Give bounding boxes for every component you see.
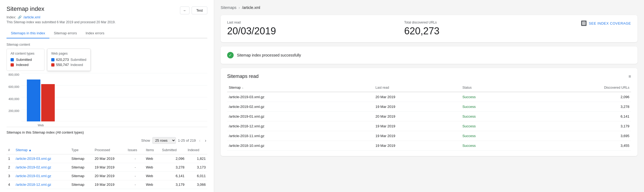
tooltip-row-submitted: 620,273 Submitted (51, 58, 86, 62)
breadcrumb-parent[interactable]: Sitemaps (221, 5, 236, 10)
sitemap-content-label: Sitemap content (7, 43, 207, 47)
list-item: /article-2019-03.xml.gz 20 Mar 2019 Succ… (227, 92, 631, 102)
right-col-last-read: Last read (374, 84, 461, 92)
right-cell-sitemap: /article-2018-12.xml.gz (227, 121, 374, 131)
success-text: Sitemap index processed successfully (237, 53, 301, 57)
metric-total-urls: Total discovered URLs 620,273 (404, 21, 565, 37)
right-cell-last-read: 20 Mar 2019 (374, 92, 461, 102)
table-section: Sitemaps in this Sitemap index (All cont… (7, 130, 207, 189)
breadcrumb: Sitemaps › /article.xml (221, 5, 637, 10)
cell-num: 3 (7, 172, 14, 180)
see-index-label: SEE INDEX COVERAGE (589, 21, 631, 25)
right-cell-last-read: 19 Mar 2019 (374, 121, 461, 131)
page-title: Sitemap index (7, 5, 207, 12)
tabs: Sitemaps in this index Sitemap errors In… (7, 28, 207, 38)
cell-indexed: 1,821 (186, 154, 207, 163)
tooltip-box: Web pages 620,273 Submitted 550,747 Inde… (47, 49, 91, 71)
legend-label-indexed: Indexed (16, 63, 28, 67)
right-cell-status: Success (461, 102, 523, 112)
tab-index-errors[interactable]: Index errors (81, 28, 109, 38)
right-col-discovered: Discovered URLs (523, 84, 631, 92)
sitemap-link[interactable]: /article-2019-03.xml.gz (16, 157, 51, 161)
cell-type: Sitemap (70, 163, 93, 172)
prev-page-button[interactable]: ‹ (198, 138, 201, 144)
table-row: 4 /article-2018-12.xml.gz Sitemap 19 Mar… (7, 180, 207, 189)
cell-indexed: 3,066 (186, 180, 207, 189)
total-urls-value: 620,273 (404, 25, 565, 37)
tab-sitemap-errors[interactable]: Sitemap errors (49, 28, 81, 38)
cell-issues: - (126, 154, 144, 163)
cell-num: 2 (7, 163, 14, 172)
sitemaps-read-title: Sitemaps read (227, 74, 259, 79)
cell-submitted: 3,179 (160, 180, 186, 189)
submitted-note: This Sitemap index was submitted 6 Mar 2… (7, 20, 207, 24)
right-cell-sitemap: /article-2019-02.xml.gz (227, 102, 374, 112)
svg-rect-4 (584, 24, 585, 24)
cell-sitemap: /article-2018-12.xml.gz (14, 180, 70, 189)
test-button[interactable]: Test (192, 6, 207, 14)
right-cell-discovered: 3,278 (523, 102, 631, 112)
sitemap-link[interactable]: /article-2018-12.xml.gz (16, 183, 51, 187)
tooltip-row-indexed: 550,747 Indexed (51, 63, 86, 67)
cell-items: Web (144, 180, 160, 189)
cell-sitemap: /article-2019-02.xml.gz (14, 163, 70, 172)
rows-select[interactable]: 25 rows 50 rows 100 rows (152, 137, 176, 144)
index-label: Index: (7, 15, 16, 19)
cell-items: Web (144, 172, 160, 180)
cell-type: Sitemap (70, 154, 93, 163)
col-issues: Issues (126, 146, 144, 154)
back-button[interactable]: ← (180, 6, 189, 14)
legend-dot-indexed (11, 63, 14, 67)
total-urls-label: Total discovered URLs (404, 21, 565, 24)
list-item: /article-2019-01.xml.gz 20 Mar 2019 Succ… (227, 112, 631, 121)
right-cell-discovered: 3,695 (523, 131, 631, 141)
content-area: All content types Submitted Indexed Web … (7, 49, 207, 71)
right-col-status: Status (461, 84, 523, 92)
legend-title: All content types (11, 52, 40, 55)
tooltip-dot-indexed (51, 63, 54, 67)
col-indexed: Indexed (186, 146, 207, 154)
tooltip-indexed-value: 550,747 (56, 63, 69, 67)
tooltip-submitted-label: Submitted (70, 58, 86, 62)
right-cell-last-read: 19 Mar 2019 (374, 141, 461, 151)
right-cell-sitemap: /article-2018-10.xml.gz (227, 141, 374, 151)
sitemap-link[interactable]: /article-2019-01.xml.gz (16, 174, 51, 178)
sitemaps-read-table: Sitemap ↓ Last read Status Discovered UR… (227, 84, 631, 151)
last-read-label: Last read (227, 21, 388, 24)
right-cell-sitemap: /article-2019-03.xml.gz (227, 92, 374, 102)
external-link-icon: 🔗 (18, 15, 22, 19)
cell-processed: 20 Mar 2019 (93, 154, 126, 163)
see-index-button[interactable]: SEE INDEX COVERAGE (581, 21, 631, 26)
right-cell-sitemap: /article-2019-01.xml.gz (227, 112, 374, 121)
right-cell-sitemap: /article-2018-11.xml.gz (227, 131, 374, 141)
pagination-label: 1-25 of 219 (178, 138, 196, 143)
legend-dot-submitted (11, 58, 14, 61)
col-sitemap[interactable]: Sitemap ▲ (14, 146, 70, 154)
cell-issues: - (126, 163, 144, 172)
cell-sitemap: /article-2019-03.xml.gz (14, 154, 70, 163)
sitemap-link[interactable]: /article-2019-02.xml.gz (16, 165, 51, 169)
table-row: 1 /article-2019-03.xml.gz Sitemap 20 Mar… (7, 154, 207, 163)
cell-indexed: 6,011 (186, 172, 207, 180)
y-label-3: 400,000 (7, 97, 19, 101)
index-link[interactable]: /article.xml (23, 15, 40, 19)
col-processed: Processed (93, 146, 126, 154)
cell-indexed: 3,173 (186, 163, 207, 172)
next-page-button[interactable]: › (204, 138, 207, 144)
tab-sitemaps-in-index[interactable]: Sitemaps in this index (7, 28, 49, 38)
cell-issues: - (126, 172, 144, 180)
col-submitted: Submitted (160, 146, 186, 154)
bar-indexed (41, 84, 55, 121)
right-col-sitemap[interactable]: Sitemap ↓ (227, 84, 374, 92)
list-item: /article-2018-11.xml.gz 19 Mar 2019 Succ… (227, 131, 631, 141)
chart-y-labels: 800,000 600,000 400,000 200,000 (7, 73, 21, 121)
legend-item-indexed: Indexed (11, 63, 40, 67)
filter-icon[interactable]: ≡ (629, 74, 631, 79)
right-cell-status: Success (461, 141, 523, 151)
right-cell-last-read: 19 Mar 2019 (374, 102, 461, 112)
cell-items: Web (144, 154, 160, 163)
table-section-title: Sitemaps in this Sitemap index (All cont… (7, 130, 207, 134)
right-cell-last-read: 19 Mar 2019 (374, 131, 461, 141)
index-coverage-icon (581, 21, 587, 26)
legend-box: All content types Submitted Indexed (7, 49, 44, 71)
